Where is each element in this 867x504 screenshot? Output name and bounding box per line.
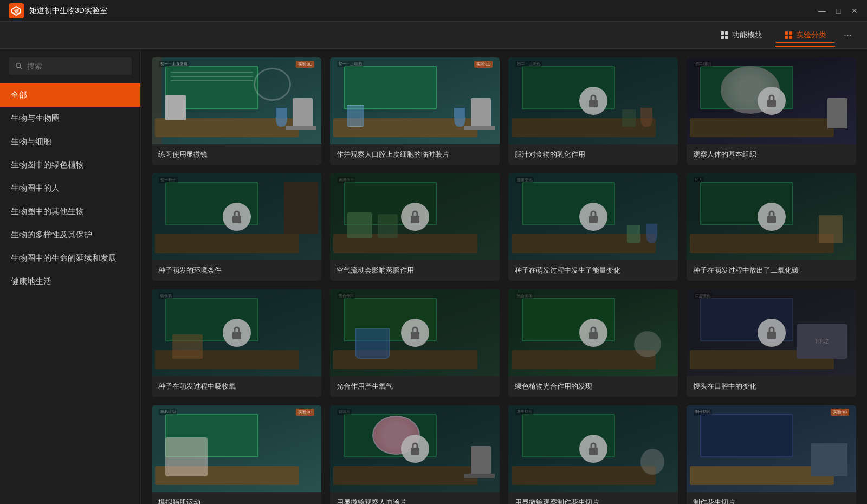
lock-icon-14 <box>401 435 429 463</box>
card-thumb-3: 初二・上 消化 <box>508 57 678 144</box>
card-label-8: 种子在萌发过程中放出了二氧化碳 <box>687 260 856 281</box>
lock-overlay-8 <box>687 173 856 260</box>
svg-line-11 <box>20 67 22 69</box>
card-microscope[interactable]: 初一・上 显微镜 实验3D 练习使用显微镜 <box>152 57 321 165</box>
search-icon <box>15 62 23 70</box>
svg-rect-3 <box>725 31 728 35</box>
card-bread[interactable]: HH-Z 口腔变化 馒头在口腔中的变化 <box>687 289 856 397</box>
card-peanut[interactable]: 花生切片 用显微镜观察制作花生切片 <box>508 405 678 504</box>
card-seed4[interactable]: 吸收氧 种子在萌发过程中吸收氧 <box>152 289 321 397</box>
sidebar-item-green-plant[interactable]: 生物圈中的绿色植物 <box>0 153 140 177</box>
lock-overlay-10 <box>330 289 500 376</box>
card-seed2[interactable]: 能量变化 种子在萌发过程中发生了能量变化 <box>508 173 678 281</box>
card-thumb-8: CO₂ <box>687 173 856 260</box>
lock-overlay-9 <box>152 289 321 376</box>
card-label-15: 用显微镜观察制作花生切片 <box>508 492 678 504</box>
card-thumb-12: HH-Z 口腔变化 <box>687 289 856 376</box>
scene-16: 制作切片 实验3D <box>687 405 856 492</box>
search-box[interactable] <box>9 57 132 75</box>
sidebar-item-other-bio[interactable]: 生物圈中的其他生物 <box>0 200 140 223</box>
card-thumb-10: 光合作用 <box>330 289 500 376</box>
card-thumb-13: 膈肌运动 实验3D <box>152 405 321 492</box>
maximize-button[interactable]: □ <box>834 7 842 15</box>
card-thumb-16: 制作切片 实验3D <box>687 405 856 492</box>
svg-rect-21 <box>767 332 776 339</box>
svg-rect-13 <box>767 100 776 107</box>
card-emulsify[interactable]: 初二・上 消化 胆汁对食物的乳化作用 <box>508 57 678 165</box>
sidebar-item-human[interactable]: 生物圈中的人 <box>0 177 140 200</box>
card-label-3: 胆汁对食物的乳化作用 <box>508 144 678 165</box>
nav-experiment-button[interactable]: 实验分类 <box>775 27 835 43</box>
lock-icon-15 <box>579 435 607 463</box>
card-thumb-7: 能量变化 <box>508 173 678 260</box>
lock-icon-3 <box>579 87 607 115</box>
svg-rect-20 <box>589 332 598 339</box>
minimize-button[interactable]: — <box>818 7 826 15</box>
card-thumb-14: 血涂片 <box>330 405 500 492</box>
svg-rect-7 <box>789 31 792 35</box>
close-button[interactable]: ✕ <box>851 7 858 15</box>
card-slide[interactable]: 初一・上 细胞 实验3D 作并观察人口腔上皮细胞的临时装片 <box>330 57 500 165</box>
scene-13: 膈肌运动 实验3D <box>152 405 321 492</box>
card-blood[interactable]: 血涂片 用显微镜观察人血涂片 <box>330 405 500 504</box>
top-nav: 功能模块 实验分类 ··· <box>0 22 867 49</box>
lock-icon-7 <box>579 203 607 231</box>
svg-rect-15 <box>411 216 419 223</box>
card-label-13: 模拟膈肌运动 <box>152 492 321 504</box>
experiment-icon <box>784 31 793 40</box>
card-label-4: 观察人体的基本组织 <box>687 144 856 165</box>
title-bar-controls: — □ ✕ <box>818 7 858 15</box>
card-label-1: 练习使用显微镜 <box>152 144 321 165</box>
svg-rect-19 <box>411 332 419 339</box>
lock-overlay-3 <box>508 57 678 144</box>
card-thumb-11: 光合发现 <box>508 289 678 376</box>
lock-icon-12 <box>758 319 786 347</box>
lock-overlay-11 <box>508 289 678 376</box>
lock-icon-11 <box>579 319 607 347</box>
lock-icon-9 <box>223 319 251 347</box>
nav-more-button[interactable]: ··· <box>839 27 856 43</box>
card-tissue[interactable]: 初二 组织 观察人体的基本组织 <box>687 57 856 165</box>
svg-rect-16 <box>589 216 598 223</box>
card-label-6: 空气流动会影响蒸腾作用 <box>330 260 500 281</box>
card-thumb-2: 初一・上 细胞 实验3D <box>330 57 500 144</box>
search-input[interactable] <box>27 62 125 70</box>
card-peanut2[interactable]: 制作切片 实验3D 制作花生切片 <box>687 405 856 504</box>
svg-rect-18 <box>232 332 241 339</box>
svg-rect-23 <box>589 448 598 455</box>
sidebar-item-diversity[interactable]: 生物的多样性及其保护 <box>0 223 140 247</box>
sidebar: 全部 生物与生物圈 生物与细胞 生物圈中的绿色植物 生物圈中的人 生物圈中的其他… <box>0 49 141 504</box>
title-bar: 矩 矩道初中生物3D实验室 — □ ✕ <box>0 0 867 22</box>
card-thumb-4: 初二 组织 <box>687 57 856 144</box>
card-seed1[interactable]: 初一 种子 种子萌发的环境条件 <box>152 173 321 281</box>
card-thumb-5: 初一 种子 <box>152 173 321 260</box>
sidebar-item-bio-cell[interactable]: 生物与细胞 <box>0 130 140 153</box>
lock-overlay-6 <box>330 173 500 260</box>
svg-rect-14 <box>232 216 241 223</box>
app-logo: 矩 <box>9 3 24 18</box>
sidebar-item-life-develop[interactable]: 生物圈中的生命的延续和发展 <box>0 247 140 270</box>
scene-1: 初一・上 显微镜 实验3D <box>152 57 321 144</box>
card-diaphragm[interactable]: 膈肌运动 实验3D 模拟膈肌运动 <box>152 405 321 504</box>
card-photosynthesis[interactable]: 光合作用 光合作用产生氧气 <box>330 289 500 397</box>
svg-rect-4 <box>721 36 724 39</box>
card-label-16: 制作花生切片 <box>687 492 856 504</box>
card-thumb-1: 初一・上 显微镜 实验3D <box>152 57 321 144</box>
svg-rect-12 <box>589 100 598 107</box>
lock-overlay-5 <box>152 173 321 260</box>
main-layout: 全部 生物与生物圈 生物与细胞 生物圈中的绿色植物 生物圈中的人 生物圈中的其他… <box>0 49 867 504</box>
sidebar-item-bio-biosphere[interactable]: 生物与生物圈 <box>0 107 140 130</box>
card-label-12: 馒头在口腔中的变化 <box>687 376 856 397</box>
card-label-5: 种子萌发的环境条件 <box>152 260 321 281</box>
card-seed3[interactable]: CO₂ 种子在萌发过程中放出了二氧化碳 <box>687 173 856 281</box>
sidebar-item-all[interactable]: 全部 <box>0 83 140 107</box>
card-label-7: 种子在萌发过程中发生了能量变化 <box>508 260 678 281</box>
svg-rect-8 <box>785 36 788 39</box>
nav-module-button[interactable]: 功能模块 <box>711 27 771 43</box>
svg-rect-2 <box>721 31 724 35</box>
card-transpiration[interactable]: 蒸腾作用 空气流动会影响蒸腾作用 <box>330 173 500 281</box>
sidebar-item-health[interactable]: 健康地生活 <box>0 270 140 293</box>
card-green-photo[interactable]: 光合发现 绿色植物光合作用的发现 <box>508 289 678 397</box>
lock-overlay-4 <box>687 57 856 144</box>
card-label-14: 用显微镜观察人血涂片 <box>330 492 500 504</box>
